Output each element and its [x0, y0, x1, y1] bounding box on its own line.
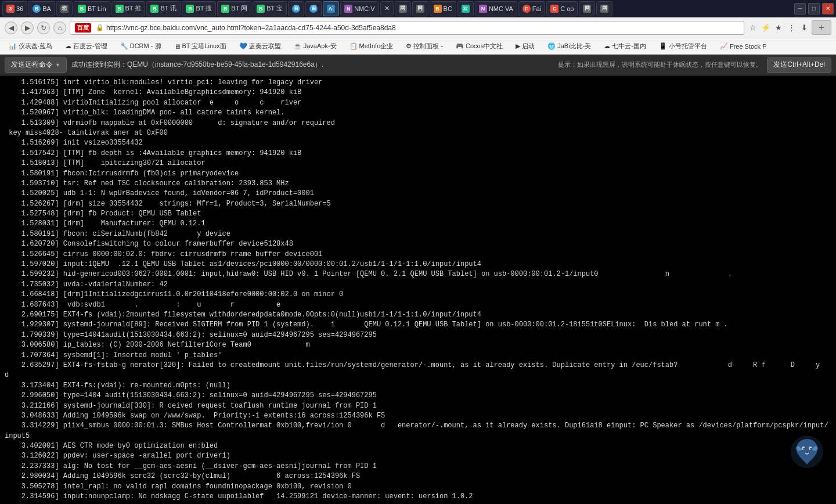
- url-text[interactable]: https://vnc-gz.bce.baidu.com/vnc_auto.ht…: [106, 24, 739, 32]
- baidu-logo: 百度: [75, 23, 91, 33]
- taskbar-icon-wang4: 网: [583, 5, 591, 13]
- taskbar-icon-op: C: [550, 5, 558, 13]
- bookmark-icon-bt-linux: 🖥: [174, 43, 181, 50]
- taskbar-item-wang4[interactable]: 网: [579, 1, 595, 16]
- taskbar-label-bt-bao: BT 宝: [266, 4, 283, 13]
- taskbar-label-nmc: NMC V: [354, 5, 374, 12]
- taskbar-label-bt-sou: BT 搜: [196, 4, 212, 13]
- bookmark-yibiaopan[interactable]: 📊 仪表盘·蓝鸟: [3, 41, 57, 52]
- taskbar-item-bt-wang[interactable]: B BT 网: [217, 1, 251, 16]
- taskbar-right-controls: ─ □ ✕: [794, 3, 834, 15]
- window-close-btn[interactable]: ✕: [822, 3, 834, 15]
- taskbar-item-fai[interactable]: F Fai: [518, 1, 545, 16]
- taskbar-icon-nin: 您: [60, 5, 69, 13]
- taskbar-item-bt-tui[interactable]: B BT 推: [111, 1, 146, 16]
- bookmark-label-qiniu: 七牛云-国内: [612, 42, 646, 51]
- taskbar-icon-fai: F: [522, 5, 531, 13]
- bookmark-star-icon[interactable]: ☆: [748, 23, 758, 33]
- bookmark-baidu-cloud[interactable]: ☁ 百度云-管理: [60, 41, 113, 52]
- taskbar-item-bai1[interactable]: 百: [288, 1, 304, 16]
- terminal-output: 1.516175] inrt virtio_blk:modules! virti…: [5, 78, 831, 502]
- bookmark-control-panel[interactable]: ⚙ 控制面板 -: [401, 41, 448, 52]
- bookmark-label-javaapk: JavaApk-安: [304, 42, 337, 51]
- taskbar-item-yun[interactable]: 云: [457, 1, 474, 16]
- bookmark-icon-dcrm: 🔧: [120, 42, 128, 50]
- url-bar[interactable]: 百度 🔒 https://vnc-gz.bce.baidu.com/vnc_au…: [70, 21, 744, 35]
- bookmark-xiaohao[interactable]: 📱 小号托管平台: [654, 41, 712, 52]
- lightning-icon[interactable]: ⚡: [761, 23, 771, 33]
- taskbar-item-ba[interactable]: B BA: [28, 1, 55, 16]
- bookmark-label-baidu-cloud: 百度云-管理: [73, 42, 107, 51]
- bookmark-lanzou[interactable]: 💙 蓝奏云联盟: [234, 41, 286, 52]
- new-tab-button[interactable]: ＋: [812, 20, 831, 35]
- taskbar-item-wang5[interactable]: 网: [596, 1, 612, 16]
- bookmark-icon-qiniu: ☁: [604, 42, 610, 50]
- taskbar-label-nmc2: NMC VA: [489, 5, 513, 12]
- bookmark-label-control-panel: 控制面板 -: [413, 42, 443, 51]
- bookmark-bt-linux[interactable]: 🖥 BT 宝塔Linux面: [169, 41, 232, 52]
- taskbar-item-bc[interactable]: B BC: [430, 1, 456, 16]
- taskbar-icon-bt-xun: B: [150, 5, 158, 13]
- vnc-control-bar: 发送远程命令 ▼ 成功连接到实例：QEMU（instance-7d9550be-…: [0, 55, 836, 75]
- taskbar-item-nmc[interactable]: N NMC V: [340, 1, 379, 16]
- download-icon[interactable]: ⬇: [799, 23, 809, 33]
- forward-button[interactable]: ▶: [21, 21, 34, 34]
- taskbar-label-36: 36: [16, 5, 23, 12]
- taskbar-item-wang3[interactable]: 网: [412, 1, 428, 16]
- taskbar-item-wang2[interactable]: 网: [395, 1, 411, 16]
- bookmark-freestock[interactable]: 📈 Free Stock P: [715, 41, 772, 52]
- taskbar-item-bt-bao[interactable]: B BT 宝: [253, 1, 287, 16]
- bookmark-cocos[interactable]: 🎮 Cocos中文社: [451, 41, 508, 52]
- taskbar-item-bt-xun[interactable]: B BT 讯: [146, 1, 181, 16]
- taskbar-item-nin[interactable]: 您: [56, 1, 73, 16]
- ctrl-alt-del-button[interactable]: 发送Ctrl+Alt+Del: [767, 57, 831, 73]
- taskbar-item-ai[interactable]: Ai: [323, 1, 339, 16]
- dropdown-arrow-icon: ▼: [55, 62, 60, 68]
- menu-icon[interactable]: ⋮: [786, 23, 797, 33]
- taskbar-label-fai: Fai: [532, 5, 541, 12]
- send-command-label: 发送远程命令: [11, 60, 53, 70]
- bookmark-icon-cocos: 🎮: [456, 42, 464, 50]
- vnc-hint-text: 提示：如果出现黑屏，说明系统可能处于休眠状态，按任意键可以恢复。: [558, 60, 762, 69]
- bookmark-qidong[interactable]: ▶ 启动: [510, 41, 540, 52]
- taskbar-item-bt-lin[interactable]: B BT Lin: [74, 1, 110, 16]
- taskbar-item-x[interactable]: ✕: [380, 1, 394, 16]
- taskbar-label-bt-lin: BT Lin: [88, 5, 106, 12]
- bookmark-label-metinfo: MetInfo企业: [359, 42, 394, 51]
- bookmark-metinfo[interactable]: 📋 MetInfo企业: [344, 41, 399, 52]
- taskbar-icon-nmc2: N: [479, 5, 487, 13]
- taskbar-icon-bt-sou: B: [186, 5, 194, 13]
- bookmark-icon-jabi: 🌐: [547, 42, 556, 50]
- send-command-button[interactable]: 发送远程命令 ▼: [5, 57, 67, 73]
- bookmark-icon-freestock: 📈: [720, 42, 728, 50]
- taskbar-icon-wang5: 网: [600, 5, 608, 13]
- taskbar-item-nmc2[interactable]: N NMC VA: [475, 1, 517, 16]
- taskbar-item-bai2[interactable]: 百: [305, 1, 322, 16]
- star-icon[interactable]: ★: [773, 23, 784, 33]
- bookmark-dcrm[interactable]: 🔧 DCRM - 源: [115, 41, 167, 52]
- bookmarks-bar: 📊 仪表盘·蓝鸟 ☁ 百度云-管理 🔧 DCRM - 源 🖥 BT 宝塔Linu…: [0, 38, 836, 55]
- window-minimize-btn[interactable]: ─: [794, 3, 806, 15]
- bookmark-javaapk[interactable]: ☕ JavaApk-安: [289, 41, 342, 52]
- taskbar-icon-bt-bao: B: [257, 5, 265, 13]
- bookmark-icon-lanzou: 💙: [239, 42, 247, 50]
- bookmark-jabi[interactable]: 🌐 JaBi比比-美: [542, 41, 596, 52]
- bookmark-label-dcrm: DCRM - 源: [130, 42, 161, 51]
- taskbar-item-bt-sou[interactable]: B BT 搜: [182, 1, 216, 16]
- taskbar-label-bt-xun: BT 讯: [160, 4, 176, 13]
- bookmark-label-cocos: Cocos中文社: [466, 42, 503, 51]
- taskbar-item-36[interactable]: 3 36: [2, 1, 27, 16]
- taskbar-icon-bai1: 百: [292, 5, 300, 13]
- back-button[interactable]: ◀: [5, 21, 17, 34]
- taskbar-label-bc: BC: [444, 5, 452, 12]
- taskbar-label-ba: BA: [42, 5, 51, 12]
- reload-button[interactable]: ↻: [37, 21, 50, 34]
- taskbar-icon-bc: B: [434, 5, 442, 13]
- home-button[interactable]: ⌂: [53, 21, 66, 34]
- bookmark-label-xiaohao: 小号托管平台: [669, 42, 707, 51]
- bookmark-qiniu[interactable]: ☁ 七牛云-国内: [599, 41, 651, 52]
- taskbar-icon-wang2: 网: [399, 5, 407, 13]
- bird-logo: [790, 434, 824, 469]
- window-maximize-btn[interactable]: □: [808, 3, 820, 15]
- taskbar-item-op[interactable]: C C op: [546, 1, 578, 16]
